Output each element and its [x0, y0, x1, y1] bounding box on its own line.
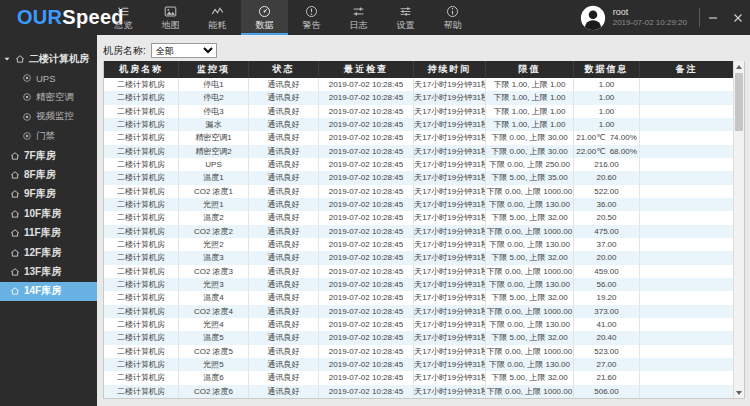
table-cell: 下限 0.00, 上限 130.00: [486, 278, 574, 291]
table-row[interactable]: 二楼计算机房温度6通讯良好2019-07-02 10:28:453天17小时19…: [104, 371, 733, 384]
table-cell: 停电3: [179, 105, 249, 118]
sidebar-item[interactable]: 10F库房: [0, 204, 97, 223]
nav-item-log[interactable]: 日志: [335, 0, 382, 35]
nav-item-energy[interactable]: 能耗: [194, 0, 241, 35]
nav-item-help[interactable]: 帮助: [429, 0, 476, 35]
table-cell: 2019-07-02 10:28:45: [319, 105, 414, 118]
table-row[interactable]: 二楼计算机房精密空调2通讯良好2019-07-02 10:28:453天17小时…: [104, 145, 733, 158]
table-cell: 2019-07-02 10:28:45: [319, 358, 414, 371]
table-row[interactable]: 二楼计算机房光照2通讯良好2019-07-02 10:28:453天17小时19…: [104, 238, 733, 251]
table-cell: 27.00: [574, 358, 640, 371]
table-row[interactable]: 二楼计算机房停电3通讯良好2019-07-02 10:28:453天17小时19…: [104, 105, 733, 118]
nav-item-alert[interactable]: 警告: [288, 0, 335, 35]
sidebar-item[interactable]: 12F库房: [0, 243, 97, 262]
table-cell: 二楼计算机房: [104, 78, 179, 91]
table-cell: 2019-07-02 10:28:45: [319, 171, 414, 184]
sidebar-item[interactable]: 7F库房: [0, 146, 97, 165]
home-icon: [10, 209, 20, 219]
user-meta: root 2019-07-02 10:29:20: [613, 7, 687, 28]
sidebar-item[interactable]: 11F库房: [0, 224, 97, 243]
table-cell: 光照4: [179, 318, 249, 331]
nav-item-map[interactable]: 地图: [147, 0, 194, 35]
table-row[interactable]: 二楼计算机房光照3通讯良好2019-07-02 10:28:453天17小时19…: [104, 278, 733, 291]
data-icon: [258, 5, 271, 18]
table-row[interactable]: 二楼计算机房光照4通讯良好2019-07-02 10:28:453天17小时19…: [104, 318, 733, 331]
table-row[interactable]: 二楼计算机房温度5通讯良好2019-07-02 10:28:453天17小时19…: [104, 331, 733, 344]
table-cell: 1.00: [574, 78, 640, 91]
sidebar-item[interactable]: 精密空调: [0, 88, 97, 107]
table-cell: [640, 171, 733, 184]
sidebar-item-label: 10F库房: [24, 207, 61, 221]
table-cell: 下限 0.00, 上限 1000.00: [486, 185, 574, 198]
sidebar-item[interactable]: 13F库房: [0, 262, 97, 281]
table-cell: 2019-07-02 10:28:45: [319, 225, 414, 238]
close-button[interactable]: [725, 0, 750, 35]
vertical-scrollbar[interactable]: [733, 61, 744, 398]
sidebar-item[interactable]: 8F库房: [0, 165, 97, 184]
table-cell: 通讯良好: [249, 225, 319, 238]
table-row[interactable]: 二楼计算机房温度4通讯良好2019-07-02 10:28:453天17小时19…: [104, 291, 733, 304]
sidebar-item-label: 精密空调: [36, 91, 74, 104]
minimize-button[interactable]: [700, 0, 725, 35]
nav-item-data[interactable]: 数据: [241, 0, 288, 35]
table-row[interactable]: 二楼计算机房温度1通讯良好2019-07-02 10:28:453天17小时19…: [104, 171, 733, 184]
home-icon: [10, 151, 20, 161]
table-cell: 停电2: [179, 91, 249, 104]
table-cell: 2019-07-02 10:28:45: [319, 211, 414, 224]
target-icon: [22, 131, 32, 141]
table-cell: 3天17小时19分钟31秒: [414, 305, 486, 318]
table-row[interactable]: 二楼计算机房漏水通讯良好2019-07-02 10:28:453天17小时19分…: [104, 118, 733, 131]
table-row[interactable]: 二楼计算机房CO2 浓度2通讯良好2019-07-02 10:28:453天17…: [104, 225, 733, 238]
home-icon: [10, 248, 20, 258]
table-cell: 通讯良好: [249, 358, 319, 371]
table-cell: 2019-07-02 10:28:45: [319, 238, 414, 251]
table-cell: 二楼计算机房: [104, 211, 179, 224]
table-row[interactable]: 二楼计算机房精密空调1通讯良好2019-07-02 10:28:453天17小时…: [104, 131, 733, 144]
room-filter-select[interactable]: 全部: [151, 43, 217, 58]
sidebar-item[interactable]: 二楼计算机房: [0, 49, 97, 68]
sidebar-item[interactable]: 14F库房: [0, 282, 97, 301]
column-header: 限值: [486, 61, 574, 78]
column-header: 持续时间: [414, 61, 486, 78]
table-row[interactable]: 二楼计算机房温度2通讯良好2019-07-02 10:28:453天17小时19…: [104, 211, 733, 224]
table-cell: [640, 225, 733, 238]
sidebar-item[interactable]: 视频监控: [0, 107, 97, 126]
table-cell: 20.50: [574, 211, 640, 224]
sidebar-item[interactable]: 门禁: [0, 127, 97, 146]
table-cell: 精密空调2: [179, 145, 249, 158]
scrollbar-thumb[interactable]: [735, 73, 743, 131]
nav-item-settings[interactable]: 设置: [382, 0, 429, 35]
table-cell: 下限 5.00, 上限 32.00: [486, 211, 574, 224]
table-cell: 2019-07-02 10:28:45: [319, 318, 414, 331]
table-header-row: 机房名称监控项状态最近检查持续时间限值数据信息备注: [104, 61, 733, 78]
table-cell: 3天17小时19分钟31秒: [414, 318, 486, 331]
sidebar-item[interactable]: UPS: [0, 68, 97, 87]
sidebar-item-label: 14F库房: [24, 284, 61, 298]
table-row[interactable]: 二楼计算机房CO2 浓度3通讯良好2019-07-02 10:28:453天17…: [104, 265, 733, 278]
scroll-up-button[interactable]: [734, 61, 744, 72]
table-row[interactable]: 二楼计算机房CO2 浓度6通讯良好2019-07-02 10:28:453天17…: [104, 385, 733, 398]
table-cell: 2019-07-02 10:28:45: [319, 265, 414, 278]
table-row[interactable]: 二楼计算机房光照1通讯良好2019-07-02 10:28:453天17小时19…: [104, 198, 733, 211]
table-row[interactable]: 二楼计算机房温度3通讯良好2019-07-02 10:28:453天17小时19…: [104, 251, 733, 264]
table-cell: 3天17小时19分钟31秒: [414, 251, 486, 264]
table-row[interactable]: 二楼计算机房停电2通讯良好2019-07-02 10:28:453天17小时19…: [104, 91, 733, 104]
table-cell: 21.00℃ 74.00%: [574, 131, 640, 144]
sidebar-item[interactable]: 9F库房: [0, 185, 97, 204]
table-row[interactable]: 二楼计算机房UPS通讯良好2019-07-02 10:28:453天17小时19…: [104, 158, 733, 171]
table-row[interactable]: 二楼计算机房光照5通讯良好2019-07-02 10:28:453天17小时19…: [104, 358, 733, 371]
table-row[interactable]: 二楼计算机房CO2 浓度1通讯良好2019-07-02 10:28:453天17…: [104, 185, 733, 198]
user-menu[interactable]: root 2019-07-02 10:29:20: [579, 0, 687, 35]
nav-item-overview[interactable]: 总览: [100, 0, 147, 35]
table-cell: 通讯良好: [249, 331, 319, 344]
table-cell: 二楼计算机房: [104, 105, 179, 118]
table-cell: 3天17小时19分钟31秒: [414, 78, 486, 91]
sidebar-item-label: 门禁: [36, 130, 55, 143]
table-row[interactable]: 二楼计算机房停电1通讯良好2019-07-02 10:28:453天17小时19…: [104, 78, 733, 91]
table-row[interactable]: 二楼计算机房CO2 浓度5通讯良好2019-07-02 10:28:453天17…: [104, 345, 733, 358]
table-cell: 二楼计算机房: [104, 291, 179, 304]
scroll-down-button[interactable]: [734, 387, 744, 398]
table-row[interactable]: 二楼计算机房CO2 浓度4通讯良好2019-07-02 10:28:453天17…: [104, 305, 733, 318]
column-header: 数据信息: [574, 61, 640, 78]
table-cell: 通讯良好: [249, 265, 319, 278]
